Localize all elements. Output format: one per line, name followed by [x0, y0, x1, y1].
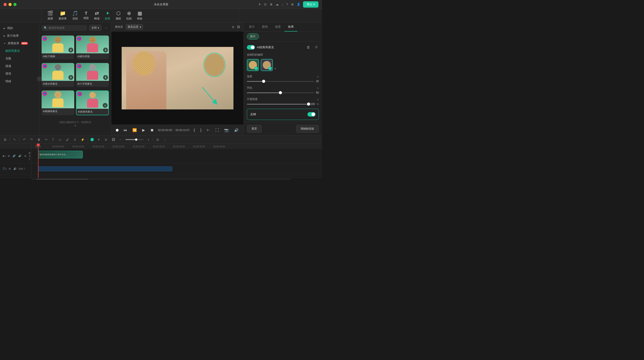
effect-card-ai-vertical[interactable]: 💙 ⬇ AI縱向拼接 [76, 35, 109, 59]
effect-card-ai-particle[interactable]: 💙 ⬇ AI粒子模糊 [42, 35, 74, 59]
user-avatar[interactable]: 👤 [297, 3, 300, 6]
tl-cut-button[interactable]: ✂ [44, 137, 49, 142]
nav-my[interactable]: ▶ 我的 [0, 24, 39, 32]
snapshot-button[interactable]: 📷 [223, 127, 230, 133]
grid-view-icon[interactable]: ⊞ [232, 25, 234, 29]
display-icon[interactable]: 🖥 [270, 3, 272, 6]
tl-more-button[interactable]: ⋮ [162, 137, 168, 142]
nav-video-effects[interactable]: ▶ 影片效果 [0, 32, 39, 39]
toolbar-templates[interactable]: ▦ 模板 [135, 10, 145, 21]
help-icon[interactable]: ? [286, 3, 288, 6]
cloud-icon[interactable]: ☁ [276, 3, 278, 6]
sub-tab-video[interactable]: 影片 [247, 33, 259, 39]
tl-clip-button[interactable]: 🖼 [111, 137, 116, 142]
slider-opacity-thumb[interactable] [307, 103, 310, 106]
tl-grid-button[interactable]: ⊞ [3, 137, 8, 142]
keyframe-panel-button[interactable]: 關鍵幀面板 [296, 125, 319, 133]
image-view-icon[interactable]: 🖼 [237, 25, 240, 29]
layout-icon[interactable]: ⊞ [291, 3, 294, 6]
split-button[interactable]: ⊢ [206, 127, 211, 133]
tl-rect-button[interactable]: ▭ [58, 137, 62, 142]
slider-intensity-track[interactable] [247, 81, 314, 82]
quality-select[interactable]: 最高品質 ▾ [126, 24, 143, 30]
toolbar-audio[interactable]: 🎵 音頻 [70, 10, 80, 21]
nav-clone[interactable]: 克隆 [0, 55, 39, 62]
effect-toggle[interactable] [247, 45, 255, 50]
tl-minus-button[interactable]: − [118, 137, 122, 142]
track-1-eye-button[interactable]: 👁 [24, 155, 27, 158]
tl-text-button[interactable]: T [51, 137, 55, 142]
mark-out-button[interactable]: } [199, 127, 203, 133]
nav-emotion[interactable]: 情緒 [0, 77, 39, 85]
slider-intensity-thumb[interactable] [262, 80, 265, 83]
audio-clip-1[interactable] [38, 166, 172, 171]
more-options-button[interactable]: ··· [103, 25, 109, 30]
tl-undo-button[interactable]: ↶ [22, 137, 27, 142]
slider-feather-thumb[interactable] [279, 91, 282, 94]
effect-card-ai-classic[interactable]: 💙 + AI經典馬賽克 [76, 90, 109, 115]
tl-ellipse-button[interactable]: ⊙ [72, 137, 77, 142]
tl-brightness-button[interactable]: ☀ [96, 137, 101, 142]
search-box[interactable]: 🔍 [42, 25, 87, 31]
face-thumb-1[interactable]: ✓ [261, 59, 273, 71]
nav-face-mosaic[interactable]: 臉部馬賽克 [0, 47, 39, 55]
track-1-link-button[interactable]: 🔗 [12, 154, 16, 158]
tl-delete-button[interactable]: 🗑 [36, 137, 42, 142]
tab-speed[interactable]: 速度 [272, 22, 284, 31]
toolbar-transition[interactable]: ⇄ 轉場 [92, 10, 102, 21]
nav-outline[interactable]: 描邊 [0, 62, 39, 70]
tl-layout-button[interactable]: ⊟ [155, 137, 160, 142]
tl-cursor-button[interactable]: ↖ [12, 137, 17, 142]
filter-button[interactable]: 全部 ▾ [89, 25, 102, 31]
track-2-add-button[interactable]: ⊞ [8, 167, 12, 171]
slider-feather-track[interactable] [247, 92, 314, 93]
toolbar-media[interactable]: 🎬 媒體 [45, 10, 56, 21]
step-back-button[interactable]: ⏪ [131, 127, 138, 133]
toolbar-effects[interactable]: ✦ 效果 [103, 10, 112, 21]
tl-redo-button[interactable]: ↷ [29, 137, 34, 142]
volume-button[interactable]: 🔊 [233, 127, 240, 133]
rewind-button[interactable]: ⏮ [122, 127, 128, 133]
maximize-button[interactable] [14, 3, 16, 6]
share-icon[interactable]: ✈ [258, 3, 261, 6]
toolbar-filters[interactable]: ⬡ 濾鏡 [113, 10, 123, 21]
effect-card-ai-blur[interactable]: 💙 AI模糊馬賽克 [42, 90, 74, 115]
slider-opacity-track[interactable] [247, 104, 308, 105]
close-button[interactable] [4, 3, 7, 6]
video-clip-1[interactable]: 微笑的輕度母親和小初中女生... [38, 151, 83, 158]
delete-effect-button[interactable]: 🗑 [305, 45, 312, 50]
download-icon[interactable]: ↓ [282, 3, 283, 6]
sidebar-collapse-button[interactable]: ‹ [37, 77, 42, 82]
search-input[interactable] [48, 26, 85, 29]
keyframe-diamond-icon-0[interactable]: ◇ [317, 75, 319, 78]
tl-playhead-indicator[interactable] [90, 138, 94, 141]
toolbar-title[interactable]: T 標題 [81, 10, 91, 21]
stop-button[interactable]: ⏹ [149, 127, 155, 133]
tl-plus-button[interactable]: + [146, 137, 150, 142]
reset-effect-button[interactable]: ↺ [313, 45, 319, 50]
mark-in-button[interactable]: { [192, 127, 196, 133]
tl-paint-button[interactable]: 🖌 [65, 137, 70, 142]
invert-toggle[interactable] [308, 112, 316, 117]
tl-zoom-slider[interactable] [126, 139, 143, 140]
track-2-mute-button[interactable]: 🔊 [13, 167, 17, 171]
keyframe-diamond-icon-1[interactable]: ◇ [317, 86, 319, 90]
play-button[interactable]: ▶ [141, 127, 146, 133]
history-icon[interactable]: ⊡ [264, 3, 266, 6]
keyframe-diamond-icon-2[interactable]: ◇ [317, 98, 319, 101]
minimize-button[interactable] [8, 3, 12, 6]
toolbar-library[interactable]: 📁 素材庫 [56, 10, 69, 21]
track-1-mute-button[interactable]: 🔊 [18, 154, 22, 158]
fullscreen-button[interactable]: ⛶ [214, 127, 220, 133]
export-button[interactable]: 導出 ▾ [303, 1, 318, 7]
toolbar-stickers[interactable]: ⊕ 貼紙 [124, 10, 134, 21]
tab-effects[interactable]: 效果 [284, 22, 298, 31]
timeline-scrollbar[interactable] [0, 178, 322, 180]
tab-color[interactable]: 顏色 [258, 22, 272, 31]
tl-detach-button[interactable]: ⊘ [104, 137, 108, 142]
nav-body-effects[interactable]: ▼ 身體效果 NEW [0, 39, 39, 47]
tl-speed-button[interactable]: ⚡ [80, 137, 86, 142]
nav-environment[interactable]: 環境 [0, 70, 39, 77]
effect-card-ai-ink[interactable]: 💙 ⬇ AI墨水馬賽克 [42, 63, 74, 87]
reset-button[interactable]: 重置 [247, 125, 262, 133]
